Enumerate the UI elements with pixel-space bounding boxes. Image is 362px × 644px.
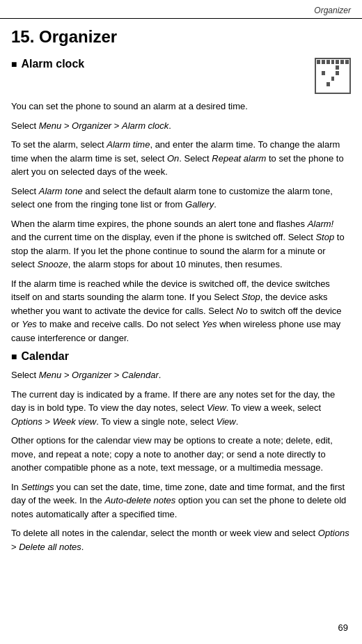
cal-cell (331, 70, 336, 76)
cal-cell (331, 87, 336, 93)
cal-cell (316, 81, 321, 87)
cal-cell (326, 70, 331, 76)
cal-cell (326, 76, 331, 81)
cal-cell (321, 70, 326, 76)
cal-cell (345, 70, 349, 76)
cal-cell (321, 87, 326, 93)
alarm-p2: Select Menu > Organizer > Alarm clock. (11, 119, 351, 133)
cal-cell (316, 76, 321, 81)
header-title: Organizer (314, 6, 351, 15)
alarm-p3: To set the alarm, select Alarm time, and… (11, 138, 351, 179)
auto-delete-link: Auto-delete notes (104, 495, 175, 505)
calendar-section-title: Calendar (11, 350, 351, 363)
cal-cell (340, 65, 345, 70)
cal-cell (321, 76, 326, 81)
cal-menu-link: Menu (39, 370, 62, 380)
cal-cell (331, 76, 336, 81)
page-header: Organizer (0, 0, 362, 18)
stop-link2: Stop (242, 292, 260, 302)
no-link: No (236, 306, 248, 316)
content-area: Alarm clock (0, 58, 362, 570)
alarm-clock-section-header: Alarm clock (11, 58, 351, 94)
view-link1: View (207, 402, 226, 413)
cal-p2: The current day is indicated by a frame.… (11, 388, 351, 429)
cal-cell (326, 81, 331, 87)
cal-p5: To delete all notes in the calendar, sel… (11, 526, 351, 553)
alarm-p4: Select Alarm tone and select the default… (11, 184, 351, 212)
alarm-tone-link: Alarm tone (39, 186, 83, 196)
cal-cell (316, 87, 321, 93)
gallery-link: Gallery (185, 199, 214, 210)
cal-cell (335, 81, 340, 87)
cal-p4: In Settings you can set the date, time, … (11, 480, 351, 521)
view-link2: View (217, 416, 236, 427)
repeat-alarm-link: Repeat alarm (212, 153, 266, 164)
chapter-number: 15. (11, 27, 34, 46)
week-view-link: Week view (53, 416, 97, 427)
cal-cell (340, 76, 345, 81)
cal-cell (345, 81, 349, 87)
alarm-p6: If the alarm time is reached while the d… (11, 277, 351, 345)
cal-cell (321, 59, 326, 65)
calendar-icon-image (315, 58, 351, 94)
yes-link2: Yes (202, 319, 217, 329)
cal-calendar-link: Calendar (122, 370, 159, 380)
cal-cell (345, 65, 349, 70)
options-link1: Options (11, 416, 42, 427)
alarm-p1: You can set the phone to sound an alarm … (11, 100, 351, 113)
cal-cell (321, 81, 326, 87)
options-link2: Options (318, 528, 349, 538)
cal-cell (340, 59, 345, 65)
cal-cell (345, 59, 349, 65)
menu-link: Menu (39, 120, 62, 131)
cal-cell (335, 76, 340, 81)
cal-cell (340, 87, 345, 93)
cal-cell (335, 70, 340, 76)
alarm-p5: When the alarm time expires, the phone s… (11, 217, 351, 272)
cal-cell (345, 76, 349, 81)
cal-cell (316, 70, 321, 76)
cal-p1: Select Menu > Organizer > Calendar. (11, 368, 351, 382)
cal-cell (331, 59, 336, 65)
yes-link1: Yes (22, 319, 37, 329)
on-link: On (167, 153, 179, 164)
stop-link: Stop (315, 232, 334, 242)
cal-cell (335, 87, 340, 93)
cal-cell (331, 65, 336, 70)
cal-organizer-link: Organizer (72, 370, 111, 380)
cal-cell (340, 81, 345, 87)
cal-cell (326, 59, 331, 65)
alarm-time-link: Alarm time (107, 139, 150, 150)
cal-p3: Other options for the calendar view may … (11, 434, 351, 475)
cal-cell (326, 65, 331, 70)
chapter-name: Organizer (39, 27, 117, 46)
cal-cell (316, 59, 321, 65)
cal-cell (326, 87, 331, 93)
cal-cell (316, 65, 321, 70)
cal-cell (335, 59, 340, 65)
alarm-exclaim-link: Alarm! (308, 219, 334, 229)
snooze-link: Snooze (38, 259, 68, 269)
delete-all-link: Delete all notes (19, 542, 81, 552)
cal-cell (335, 65, 340, 70)
cal-cell (340, 70, 345, 76)
organizer-link: Organizer (72, 120, 111, 131)
page-number: 69 (338, 622, 348, 633)
alarm-clock-title: Alarm clock (11, 58, 84, 70)
settings-link: Settings (21, 482, 54, 492)
cal-cell (321, 65, 326, 70)
cal-cell (345, 87, 349, 93)
chapter-title: 15. Organizer (0, 19, 362, 58)
alarm-clock-link: Alarm clock (122, 120, 168, 131)
cal-cell (331, 81, 336, 87)
